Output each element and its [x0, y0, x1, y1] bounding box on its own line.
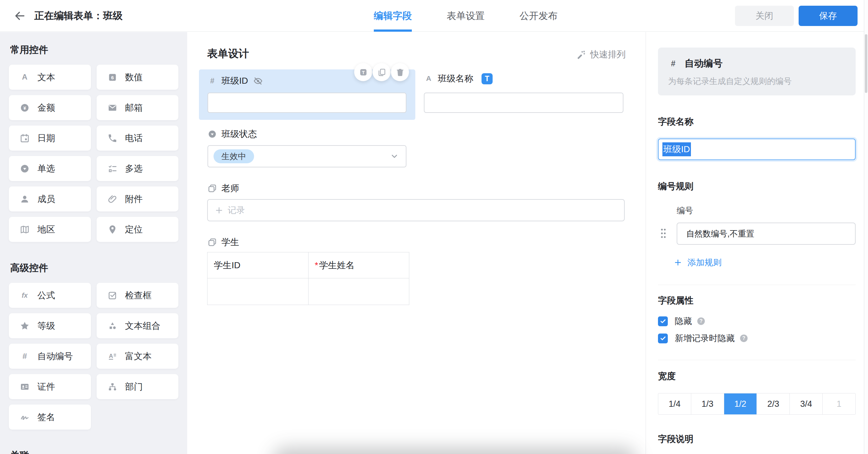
- teacher-record-picker[interactable]: 记录: [207, 199, 625, 221]
- relation-icon: [208, 237, 217, 247]
- text-icon: [424, 74, 433, 83]
- eye-off-icon: [253, 76, 263, 86]
- sidebar-control-item[interactable]: 签名: [9, 404, 91, 430]
- student-cell: [309, 278, 409, 305]
- field-name-label: 字段名称: [658, 116, 856, 128]
- attachment-icon: [107, 194, 118, 204]
- sidebar-control-item[interactable]: 文本: [9, 65, 91, 90]
- width-label: 宽度: [658, 370, 856, 382]
- field-class-id-selected[interactable]: 班级ID: [199, 69, 415, 120]
- richtext-icon: [107, 351, 118, 362]
- field-action-button[interactable]: [391, 63, 409, 81]
- section-title-common: 常用控件: [9, 44, 178, 56]
- relation-icon: [208, 183, 217, 193]
- sidebar-control-item[interactable]: 日期: [9, 125, 91, 150]
- section-title-relation: 关联: [9, 449, 178, 454]
- field-label: 老师: [221, 182, 239, 194]
- currency-icon: [20, 103, 30, 113]
- email-icon: [107, 103, 118, 113]
- autonumber-icon: [208, 76, 217, 86]
- student-cell: [208, 278, 309, 305]
- width-option[interactable]: 1/4: [658, 393, 691, 415]
- sidebar-control-item[interactable]: 邮箱: [97, 95, 179, 120]
- canvas-title: 表单设计: [207, 47, 249, 61]
- title-field-badge: T: [482, 73, 493, 84]
- signature-icon: [20, 412, 30, 422]
- region-icon: [20, 224, 30, 235]
- phone-icon: [107, 133, 118, 143]
- sidebar-control-item[interactable]: 自动编号: [9, 344, 91, 369]
- rating-icon: [20, 321, 30, 331]
- form-editor-app: 正在编辑表单：班级 编辑字段表单设置公开发布 关闭 保存 常用控件 文本 数值 …: [0, 0, 868, 454]
- field-type-title: 自动编号: [685, 57, 722, 70]
- field-teacher-label: 老师: [208, 182, 239, 194]
- sidebar-control-item[interactable]: 证件: [9, 374, 91, 399]
- sidebar-control-item[interactable]: 电话: [97, 125, 179, 150]
- sidebar-control-item[interactable]: 单选: [9, 156, 91, 181]
- sidebar-control-item[interactable]: 数值: [97, 65, 179, 90]
- student-column-header: 学生姓名: [309, 252, 409, 278]
- field-label-row: 班级ID: [208, 75, 263, 87]
- student-relation-table[interactable]: 学生ID 学生姓名: [207, 252, 409, 305]
- add-rule-button[interactable]: 添加规则: [658, 257, 856, 268]
- checkbox[interactable]: [658, 316, 668, 326]
- tab[interactable]: 表单设置: [447, 0, 485, 32]
- department-icon: [107, 382, 118, 392]
- width-option[interactable]: 1/2: [724, 393, 757, 415]
- common-controls-grid: 文本 数值 金额 邮箱 日期 电话 单选 多选 成员 附件 地区 定位: [9, 65, 178, 242]
- width-option[interactable]: 1/3: [691, 393, 724, 415]
- back-arrow-icon[interactable]: [14, 10, 25, 22]
- field-name-input[interactable]: 班级ID: [658, 139, 856, 160]
- page-scrollbar[interactable]: [864, 0, 868, 454]
- sidebar-control-item[interactable]: 文本组合: [97, 313, 179, 338]
- width-option[interactable]: 1: [823, 393, 855, 415]
- class-name-input[interactable]: [424, 92, 623, 113]
- question-icon[interactable]: [696, 316, 706, 326]
- member-icon: [20, 194, 30, 204]
- status-tag: 生效中: [214, 149, 254, 163]
- width-option[interactable]: 2/3: [756, 393, 789, 415]
- field-action-button[interactable]: [373, 63, 391, 81]
- text-icon: [20, 72, 30, 82]
- save-button[interactable]: 保存: [799, 6, 858, 26]
- drag-handle-icon[interactable]: [660, 228, 667, 239]
- width-option[interactable]: 3/4: [789, 393, 823, 415]
- text-combo-icon: [107, 321, 118, 331]
- rule-value-select[interactable]: 自然数编号,不重置: [677, 223, 856, 245]
- class-status-select[interactable]: 生效中: [208, 145, 406, 167]
- sidebar-control-item[interactable]: 附件: [97, 187, 179, 211]
- field-label: 学生: [221, 236, 239, 248]
- tab[interactable]: 公开发布: [520, 0, 558, 32]
- sidebar-control-item[interactable]: 地区: [9, 217, 91, 242]
- sidebar-control-item[interactable]: 等级: [9, 313, 91, 338]
- record-placeholder: 记录: [228, 204, 245, 216]
- sidebar-control-item[interactable]: 检查框: [97, 283, 179, 308]
- topbar-actions: 关闭 保存: [735, 6, 858, 26]
- formula-icon: [20, 290, 30, 301]
- delete-icon: [396, 68, 405, 77]
- field-label: 班级名称: [438, 73, 473, 85]
- location-icon: [107, 224, 118, 235]
- close-button[interactable]: 关闭: [735, 6, 794, 26]
- field-action-button[interactable]: [354, 63, 372, 81]
- sidebar-control-item[interactable]: 定位: [97, 217, 179, 242]
- topbar: 正在编辑表单：班级 编辑字段表单设置公开发布 关闭 保存: [0, 0, 868, 32]
- sidebar-control-item[interactable]: 多选: [97, 156, 179, 181]
- sidebar-control-item[interactable]: 成员: [9, 187, 91, 211]
- checkbox[interactable]: [658, 334, 668, 343]
- field-description-label: 字段说明: [658, 433, 856, 445]
- sidebar-control-item[interactable]: 公式: [9, 283, 91, 308]
- field-attribute-row: 新增记录时隐藏: [658, 333, 856, 344]
- class-id-input[interactable]: [208, 92, 406, 113]
- wand-icon: [576, 50, 586, 60]
- sidebar-control-item[interactable]: 部门: [97, 374, 179, 399]
- tab[interactable]: 编辑字段: [374, 0, 412, 32]
- scrollbar-thumb[interactable]: [865, 34, 867, 93]
- numbering-rule: 编号 自然数编号,不重置: [658, 205, 856, 245]
- quick-arrange-button[interactable]: 快速排列: [576, 49, 626, 61]
- sidebar-control-item[interactable]: 金额: [9, 95, 91, 120]
- sidebar-control-item[interactable]: 富文本: [97, 344, 179, 369]
- field-class-name-label: 班级名称 T: [424, 73, 493, 85]
- question-icon[interactable]: [739, 334, 749, 343]
- divider: [658, 360, 856, 360]
